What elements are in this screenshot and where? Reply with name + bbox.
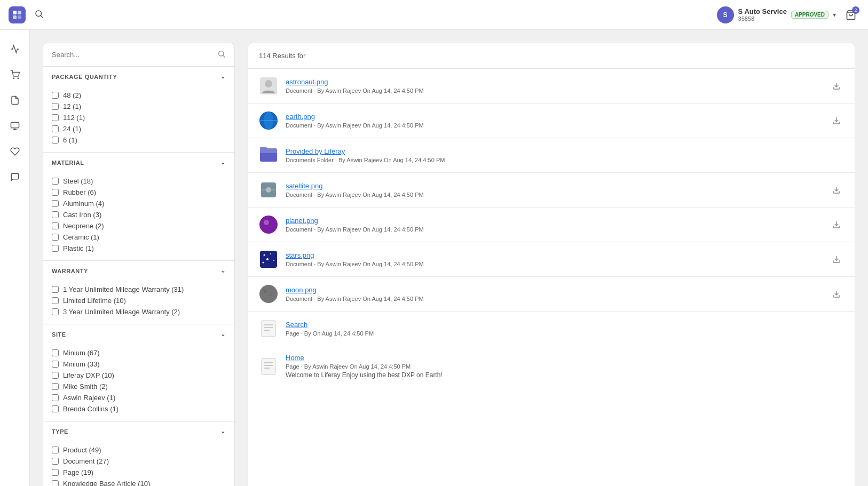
filter-checkbox[interactable]	[52, 480, 59, 486]
svg-line-5	[41, 15, 43, 18]
filter-checkbox[interactable]	[52, 349, 59, 356]
filter-checkbox[interactable]	[52, 458, 59, 465]
result-info: planet.png Document · By Aswin Rajeev On…	[286, 217, 822, 233]
filter-checkbox[interactable]	[52, 234, 59, 241]
filter-item[interactable]: Mike Smith (2)	[52, 381, 226, 392]
result-title[interactable]: Provided by Liferay	[286, 147, 844, 155]
filter-item[interactable]: Knowledge Base Article (10)	[52, 478, 226, 486]
result-info: Search Page · By On Aug 14, 24 4:50 PM	[286, 321, 844, 337]
filter-item[interactable]: Neoprene (2)	[52, 220, 226, 232]
filter-checkbox[interactable]	[52, 125, 59, 132]
filter-item[interactable]: Document (27)	[52, 456, 226, 467]
chevron-down-icon: ⌄	[220, 331, 226, 338]
download-button[interactable]	[829, 217, 844, 232]
topnav-search-icon[interactable]	[34, 9, 44, 21]
filter-section-package-quantity-header[interactable]: PACKAGE QUANTITY ⌄	[43, 67, 234, 86]
download-button[interactable]	[829, 113, 844, 128]
filter-item[interactable]: 1 Year Unlimited Mileage Warranty (31)	[52, 284, 226, 295]
app-logo[interactable]	[9, 6, 26, 23]
filter-checkbox[interactable]	[52, 394, 59, 401]
filter-item[interactable]: 24 (1)	[52, 123, 226, 134]
filter-checkbox[interactable]	[52, 383, 59, 390]
filter-checkbox[interactable]	[52, 211, 59, 218]
filter-section-site: SITE ⌄ Minium (67)Minium (33)Liferay DXP…	[43, 324, 234, 421]
filter-section-type-header[interactable]: TYPE ⌄	[43, 421, 234, 441]
svg-point-30	[270, 253, 271, 254]
result-title[interactable]: stars.png	[286, 251, 822, 259]
filter-item[interactable]: Cast Iron (3)	[52, 209, 226, 220]
filter-item[interactable]: Rubber (6)	[52, 187, 226, 198]
filter-checkbox[interactable]	[52, 361, 59, 368]
filter-checkbox[interactable]	[52, 103, 59, 110]
result-title[interactable]: satellite.png	[286, 182, 822, 190]
sidebar-item-purchases[interactable]	[4, 141, 26, 162]
filter-checkbox[interactable]	[52, 245, 59, 252]
search-icon[interactable]	[217, 50, 226, 60]
cart-button[interactable]: 2	[842, 6, 859, 23]
filter-item[interactable]: 48 (2)	[52, 90, 226, 101]
filter-checkbox[interactable]	[52, 200, 59, 207]
filter-item[interactable]: Product (49)	[52, 444, 226, 456]
result-title[interactable]: Home	[286, 354, 844, 362]
filter-item-label: 1 Year Unlimited Mileage Warranty (31)	[63, 285, 184, 293]
filter-checkbox[interactable]	[52, 114, 59, 121]
result-subtitle: Welcome to Liferay Enjoy using the best …	[286, 371, 844, 379]
result-title[interactable]: planet.png	[286, 217, 822, 225]
filter-checkbox[interactable]	[52, 372, 59, 379]
download-button[interactable]	[829, 182, 844, 197]
sidebar-item-analytics[interactable]	[4, 38, 26, 60]
filter-item[interactable]: Minium (33)	[52, 358, 226, 370]
download-button[interactable]	[829, 286, 844, 301]
filter-item[interactable]: 112 (1)	[52, 112, 226, 123]
result-title[interactable]: moon.png	[286, 286, 822, 294]
result-meta: Documents Folder · By Aswin Rajeev On Au…	[286, 157, 844, 163]
svg-point-33	[263, 262, 264, 264]
filter-section-material-header[interactable]: MATERIAL ⌄	[43, 153, 234, 172]
filter-item[interactable]: Limited Lifetime (10)	[52, 295, 226, 306]
filter-checkbox[interactable]	[52, 447, 59, 453]
download-button[interactable]	[829, 78, 844, 93]
filter-item[interactable]: 3 Year Unlimited Mileage Warranty (2)	[52, 306, 226, 317]
filter-item[interactable]: Ceramic (1)	[52, 232, 226, 243]
filter-item[interactable]: Steel (18)	[52, 176, 226, 187]
filter-section-warranty-header[interactable]: WARRANTY ⌄	[43, 261, 234, 281]
result-icon-astronaut	[259, 76, 278, 95]
content-row: PACKAGE QUANTITY ⌄ 48 (2)12 (1)112 (1)24…	[43, 43, 855, 486]
search-input[interactable]	[52, 51, 213, 59]
result-title[interactable]: astronaut.png	[286, 78, 822, 86]
filter-checkbox[interactable]	[52, 297, 59, 304]
filter-item[interactable]: Liferay DXP (10)	[52, 370, 226, 381]
filter-item[interactable]: Page (19)	[52, 467, 226, 478]
filter-checkbox[interactable]	[52, 189, 59, 196]
filter-item[interactable]: Minium (67)	[52, 347, 226, 358]
filter-item[interactable]: Brenda Collins (1)	[52, 403, 226, 415]
download-button[interactable]	[829, 252, 844, 267]
result-icon-page	[259, 357, 278, 376]
filter-item-label: Product (49)	[63, 446, 101, 454]
filter-checkbox[interactable]	[52, 178, 59, 185]
filter-item[interactable]: Plastic (1)	[52, 243, 226, 254]
filter-checkbox[interactable]	[52, 137, 59, 144]
filter-item[interactable]: 12 (1)	[52, 101, 226, 112]
filter-item[interactable]: 6 (1)	[52, 134, 226, 146]
result-meta: Document · By Aswin Rajeev On Aug 14, 24…	[286, 122, 822, 129]
chevron-down-icon: ⌄	[220, 428, 226, 435]
filter-item[interactable]: Aswin Rajeev (1)	[52, 392, 226, 403]
sidebar-item-catalog[interactable]	[4, 90, 26, 111]
filter-item[interactable]: Aluminum (4)	[52, 198, 226, 209]
filter-checkbox[interactable]	[52, 286, 59, 293]
filter-section-site-header[interactable]: SITE ⌄	[43, 324, 234, 344]
result-title[interactable]: earth.png	[286, 113, 822, 121]
topnav-user[interactable]: S S Auto Service 35858 APPROVED ▾	[717, 6, 836, 23]
sidebar-item-inventory[interactable]	[4, 115, 26, 137]
filter-checkbox[interactable]	[52, 405, 59, 412]
filter-checkbox[interactable]	[52, 92, 59, 99]
filter-checkbox[interactable]	[52, 469, 59, 476]
sidebar-item-support[interactable]	[4, 166, 26, 188]
sidebar-item-orders[interactable]	[4, 64, 26, 85]
filter-checkbox[interactable]	[52, 222, 59, 229]
filter-section-warranty: WARRANTY ⌄ 1 Year Unlimited Mileage Warr…	[43, 261, 234, 324]
result-title[interactable]: Search	[286, 321, 844, 329]
filter-checkbox[interactable]	[52, 308, 59, 315]
svg-point-37	[270, 294, 272, 296]
